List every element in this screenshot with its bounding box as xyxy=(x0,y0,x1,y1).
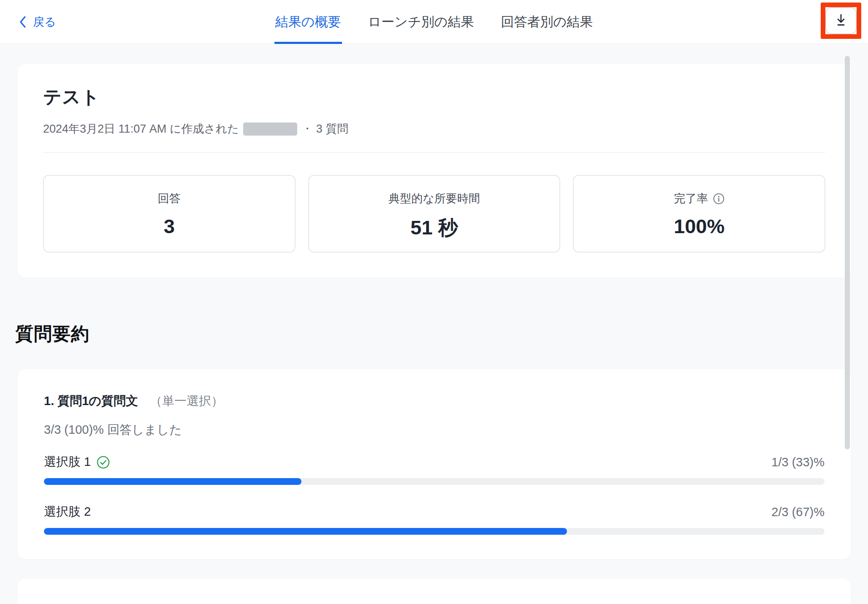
question-title-row: 1. 質問1の質問文 （単一選択） xyxy=(44,393,825,410)
results-scroll-area: テスト 2024年3月2日 11:07 AM に作成された ・ 3 質問 回答 … xyxy=(0,44,868,604)
stat-label: 完了率 xyxy=(674,191,724,206)
question-response-meta: 3/3 (100)% 回答しました xyxy=(44,422,825,438)
question-count-text: ・ 3 質問 xyxy=(301,121,348,136)
choice-label: 選択肢 2 xyxy=(44,503,91,520)
header: 戻る 結果の概要 ローンチ別の結果 回答者別の結果 xyxy=(0,0,868,44)
redacted-author-name xyxy=(243,122,297,136)
question-title: 1. 質問1の質問文 xyxy=(44,393,138,410)
question-type-label: （複数選択） xyxy=(150,602,223,604)
question-card-1: 1. 質問1の質問文 （単一選択） 3/3 (100)% 回答しました 選択肢 … xyxy=(18,369,851,559)
choice-bar-track xyxy=(44,478,825,485)
choice-row: 選択肢 2 2/3 (67)% xyxy=(44,503,825,535)
question-card-2: 2. 質問2の質問文 （複数選択） xyxy=(18,579,851,604)
divider xyxy=(43,152,825,153)
choice-row: 選択肢 1 1/3 (33)% xyxy=(44,454,825,485)
download-button[interactable] xyxy=(825,7,857,34)
choice-bar-fill xyxy=(44,528,567,535)
tab-bar: 結果の概要 ローンチ別の結果 回答者別の結果 xyxy=(0,0,868,44)
stats-row: 回答 3 典型的な所要時間 51 秒 完了率 xyxy=(43,175,825,253)
stat-card-responses: 回答 3 xyxy=(43,175,296,253)
stat-value: 100% xyxy=(674,215,724,238)
choice-result-value: 1/3 (33)% xyxy=(771,455,825,469)
red-highlight-annotation xyxy=(821,3,861,39)
question-title-row: 2. 質問2の質問文 （複数選択） xyxy=(44,602,825,604)
choice-label: 選択肢 1 xyxy=(44,454,110,471)
stat-label: 回答 xyxy=(158,191,181,206)
stat-card-typical-time: 典型的な所要時間 51 秒 xyxy=(308,175,561,253)
tab-results-by-launch[interactable]: ローンチ別の結果 xyxy=(367,0,475,44)
scrollbar-thumb[interactable] xyxy=(845,56,850,449)
survey-title: テスト xyxy=(43,85,825,109)
stat-value: 3 xyxy=(164,215,175,238)
question-title: 2. 質問2の質問文 xyxy=(44,602,138,604)
download-icon xyxy=(834,13,848,29)
stat-card-completion-rate: 完了率 100% xyxy=(573,175,825,253)
choice-bar-fill xyxy=(44,478,301,485)
tab-results-by-respondent[interactable]: 回答者別の結果 xyxy=(500,0,594,44)
stat-value: 51 秒 xyxy=(410,215,458,241)
info-icon[interactable] xyxy=(713,193,724,204)
created-text: 2024年3月2日 11:07 AM に作成された xyxy=(43,121,239,136)
check-circle-icon xyxy=(97,456,110,469)
survey-overview-card: テスト 2024年3月2日 11:07 AM に作成された ・ 3 質問 回答 … xyxy=(18,64,851,278)
question-type-label: （単一選択） xyxy=(150,393,223,410)
choice-bar-track xyxy=(44,528,825,535)
choice-result-value: 2/3 (67)% xyxy=(771,505,825,519)
tab-results-overview[interactable]: 結果の概要 xyxy=(274,0,342,44)
created-line: 2024年3月2日 11:07 AM に作成された ・ 3 質問 xyxy=(43,121,825,136)
choice-list: 選択肢 1 1/3 (33)% xyxy=(44,454,825,535)
question-summary-heading: 質問要約 xyxy=(15,322,868,346)
stat-label: 典型的な所要時間 xyxy=(388,191,480,206)
